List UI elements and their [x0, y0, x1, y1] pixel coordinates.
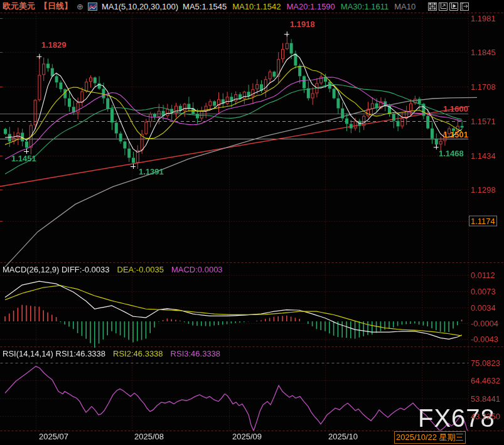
chart-canvas[interactable]: [0, 0, 504, 445]
period-label[interactable]: 【日线】: [40, 1, 72, 12]
ma-value-label: MA10: [394, 2, 416, 11]
toolbar: [428, 3, 469, 11]
pan-icon[interactable]: [428, 3, 437, 11]
ma-values: MA5:1.1545MA10:1.1542MA20:1.1590MA30:1.1…: [183, 2, 421, 11]
exit-chart-icon[interactable]: [460, 3, 469, 11]
mini-chart-icon[interactable]: [88, 3, 97, 11]
trading-chart-app: 欧元美元 【日线】 ⊕ MA1(5,10,20,30,100) MA5:1.15…: [0, 0, 504, 445]
axis-zoom-in-icon[interactable]: [439, 3, 448, 11]
ma-value-label: MA20:1.1590: [287, 2, 335, 11]
chart-header: 欧元美元 【日线】 ⊕ MA1(5,10,20,30,100) MA5:1.15…: [0, 0, 504, 13]
ma-value-label: MA10:1.1542: [232, 2, 281, 11]
ma-value-label: MA30:1.1611: [341, 2, 389, 11]
symbol-name[interactable]: 欧元美元: [3, 1, 35, 12]
add-indicator-icon[interactable]: ⊕: [77, 3, 83, 11]
ma-value-label: MA5:1.1545: [183, 2, 227, 11]
axis-play-icon[interactable]: [449, 3, 458, 11]
bottom-strip: [0, 440, 504, 445]
ma-settings-label: MA1(5,10,20,30,100): [102, 2, 178, 11]
